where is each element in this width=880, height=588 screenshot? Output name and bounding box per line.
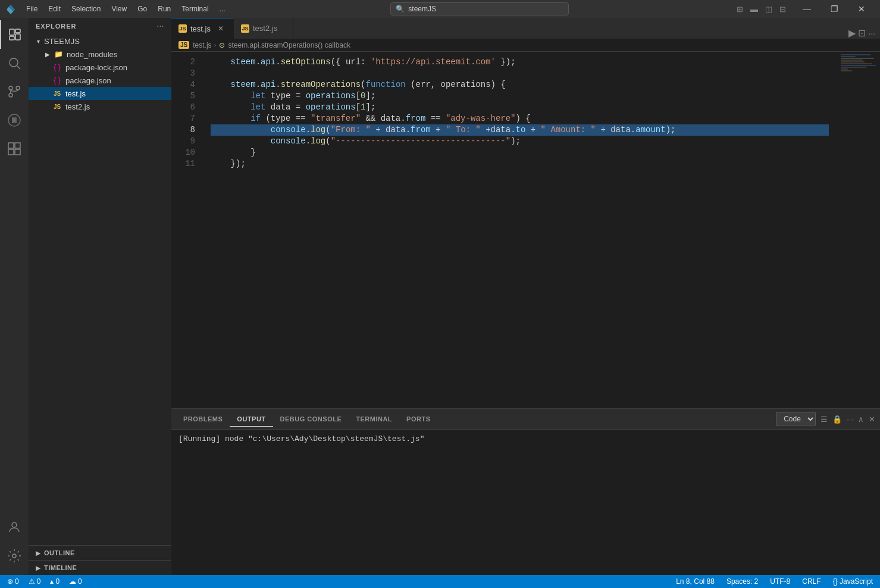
panel-list-icon[interactable]: ☰ (821, 415, 828, 424)
status-info[interactable]: ▴ 0 (48, 577, 62, 586)
menu-selection[interactable]: Selection (67, 4, 105, 14)
tree-item-package-lock[interactable]: { } package-lock.json (29, 61, 171, 74)
menu-more[interactable]: ... (215, 4, 230, 14)
sidebar-title: Explorer (36, 23, 77, 30)
panel-tab-terminal[interactable]: TERMINAL (349, 412, 399, 427)
code-line-9: console.log("---------------------------… (211, 136, 829, 147)
panel-tab-output[interactable]: OUTPUT (230, 412, 273, 427)
json-file-icon: { } (52, 76, 62, 85)
activity-source-control[interactable] (0, 77, 29, 106)
code-token: + data. (596, 124, 635, 136)
panel-tab-problems[interactable]: PROBLEMS (176, 412, 230, 427)
code-token: " Amount: " (541, 124, 596, 136)
code-editor[interactable]: 2 3 4 5 6 7 8 9 10 11 steem.api.setOptio… (171, 52, 838, 408)
info-icon: ▴ (50, 577, 54, 586)
code-token: [ (356, 90, 361, 102)
output-source-select[interactable]: Code (776, 412, 816, 426)
tab-close-button[interactable]: ✕ (215, 23, 226, 34)
code-token: +data. (481, 124, 516, 136)
tree-item-label: test.js (65, 89, 86, 98)
tree-item-test-js[interactable]: JS test.js (29, 87, 171, 100)
code-token: [ (356, 102, 361, 113)
panel-lock-icon[interactable]: 🔒 (832, 415, 842, 424)
minimize-button[interactable]: — (793, 0, 821, 18)
line-numbers: 2 3 4 5 6 7 8 9 10 11 (171, 57, 201, 404)
titlebar-right-actions: ⊞ ▬ ◫ ⊟ (734, 5, 788, 14)
code-token: api (261, 57, 275, 68)
code-line-8: console.log("From: " + data.from + " To:… (211, 124, 829, 136)
code-token: ) { (516, 113, 531, 124)
activity-search[interactable] (0, 49, 29, 77)
more-actions-icon[interactable]: ··· (868, 29, 875, 38)
run-icon[interactable]: ▶ (848, 27, 856, 39)
status-warnings[interactable]: ⚠ 0 (26, 577, 43, 586)
status-indent[interactable]: Spaces: 2 (724, 577, 760, 586)
status-eol[interactable]: CRLF (800, 577, 823, 586)
code-token: let (250, 90, 265, 102)
code-line-6: let data = operations[1]; (211, 102, 829, 113)
tree-item-label: package-lock.json (65, 63, 127, 72)
sidebar-timeline-header[interactable]: ▶ TIMELINE (29, 561, 171, 575)
tab-label: test.js (190, 24, 211, 33)
tree-root-steemjs[interactable]: ▾ STEEMJS (29, 35, 171, 48)
sidebar-outline-header[interactable]: ▶ OUTLINE (29, 546, 171, 560)
sidebar-toggle-icon[interactable]: ◫ (763, 5, 775, 14)
maximize-button[interactable]: ❐ (821, 0, 848, 18)
tab-test-js[interactable]: JS test.js ✕ (171, 18, 234, 39)
tab-js-icon: JS (241, 24, 249, 33)
panel-more-icon[interactable]: ··· (847, 415, 853, 424)
activity-explorer[interactable] (0, 20, 29, 49)
tree-item-test2-js[interactable]: JS test2.js (29, 100, 171, 113)
chevron-down-icon: ▾ (33, 36, 43, 46)
tab-test2-js[interactable]: JS test2.js (234, 18, 293, 39)
status-encoding[interactable]: UTF-8 (768, 577, 793, 586)
menu-run[interactable]: Run (153, 4, 176, 14)
tree-item-label: test2.js (65, 102, 90, 111)
panel-content: [Running] node "c:\Users\Ady\Desktop\ste… (171, 430, 880, 575)
panel-close-icon[interactable]: ✕ (869, 415, 875, 424)
status-language[interactable]: {} JavaScript (831, 577, 875, 586)
code-token: amount (635, 124, 665, 136)
menu-edit[interactable]: Edit (43, 4, 65, 14)
activity-extensions[interactable] (0, 135, 29, 163)
search-box[interactable]: 🔍 steemJS (390, 2, 569, 15)
panel-layout-icon[interactable]: ⊟ (777, 5, 788, 14)
status-info-count: 0 (55, 577, 59, 586)
svg-line-5 (17, 66, 21, 70)
panel-tab-ports[interactable]: PORTS (399, 412, 437, 427)
split-editor-icon[interactable]: ⊡ (858, 27, 866, 39)
close-button[interactable]: ✕ (848, 0, 875, 18)
activity-settings[interactable] (0, 542, 29, 570)
layout-icon[interactable]: ⊞ (734, 5, 746, 14)
status-sync[interactable]: ☁ 0 (67, 577, 84, 586)
breadcrumb-file[interactable]: test.js (193, 41, 211, 49)
code-token: + data. (371, 124, 411, 136)
tree-item-package-json[interactable]: { } package.json (29, 74, 171, 87)
code-token: . (256, 79, 261, 90)
line-num-2: 2 (177, 57, 195, 68)
folder-icon: 📁 (54, 49, 63, 59)
panel-toggle-icon[interactable]: ▬ (748, 5, 760, 14)
code-line-11: }); (211, 158, 829, 170)
menu-go[interactable]: Go (133, 4, 152, 14)
status-git-icon[interactable]: ⊗ 0 (5, 577, 21, 586)
menu-terminal[interactable]: Terminal (177, 4, 213, 14)
panel-tab-debug-console[interactable]: DEBUG CONSOLE (273, 412, 349, 427)
line-num-5: 5 (177, 90, 195, 102)
panel-collapse-icon[interactable]: ∧ (858, 415, 864, 424)
code-token: ( (325, 124, 330, 136)
panel-area: PROBLEMS OUTPUT DEBUG CONSOLE TERMINAL P… (171, 408, 880, 575)
line-num-11: 11 (177, 158, 195, 170)
menu-view[interactable]: View (107, 4, 131, 14)
tree-item-node-modules[interactable]: ▶ 📁 node_modules (29, 48, 171, 61)
code-token: data = (265, 102, 305, 113)
code-token: + (525, 124, 540, 136)
activity-accounts[interactable] (0, 513, 29, 542)
menu-file[interactable]: File (21, 4, 42, 14)
breadcrumb-function[interactable]: steem.api.streamOperations() callback (228, 41, 350, 49)
activity-run-debug[interactable] (0, 106, 29, 135)
code-token: }); (211, 158, 246, 170)
sidebar-more-icon[interactable]: ··· (157, 23, 164, 30)
status-cursor-position[interactable]: Ln 8, Col 88 (674, 577, 717, 586)
breadcrumb-separator: › (214, 41, 217, 49)
